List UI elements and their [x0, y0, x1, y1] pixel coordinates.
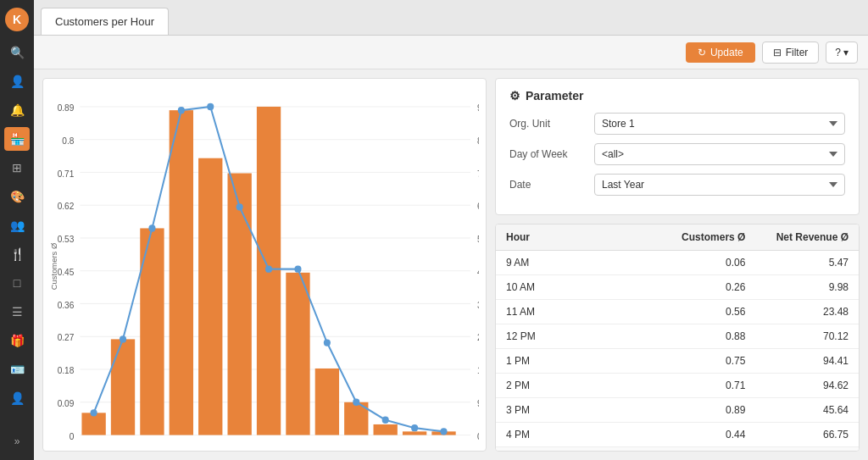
col-revenue: Net Revenue Ø	[755, 224, 859, 251]
svg-text:37.85: 37.85	[477, 301, 479, 310]
cell-customers: 0.56	[662, 300, 755, 324]
date-row: Date Last Year	[509, 174, 845, 196]
table-row: 1 PM 0.75 94.41	[496, 349, 859, 374]
cell-revenue: 94.41	[755, 349, 859, 374]
chart-svg: 0 0.09 0.18 0.27 0.36 0.45 0.53 0.62 0.7…	[50, 89, 479, 444]
dot-2pm	[236, 203, 243, 210]
dot-9pm	[440, 428, 447, 435]
org-unit-select[interactable]: Store 1	[594, 113, 845, 135]
table-row: 4 PM 0.44 66.75	[496, 423, 859, 447]
bar-7pm	[374, 424, 398, 435]
person-icon[interactable]: 👤	[4, 386, 30, 410]
svg-text:0.53: 0.53	[58, 235, 75, 244]
dot-10am	[120, 335, 126, 342]
filter-icon: ⊟	[773, 47, 782, 58]
user-icon[interactable]: 👤	[4, 69, 30, 93]
help-button[interactable]: ? ▾	[826, 42, 858, 64]
svg-text:28.39: 28.39	[477, 333, 479, 342]
chevron-down-icon: ▾	[843, 47, 849, 58]
svg-text:K: K	[13, 13, 21, 26]
col-customers: Customers Ø	[662, 224, 755, 251]
app-logo[interactable]: K	[4, 7, 30, 32]
bar-1pm	[198, 158, 222, 435]
dot-8pm	[411, 424, 418, 431]
cell-hour: 2 PM	[496, 374, 662, 398]
svg-text:0.8: 0.8	[62, 136, 74, 146]
dashboard-icon[interactable]: ⊞	[4, 156, 30, 180]
id-icon[interactable]: 🪪	[4, 357, 30, 381]
cell-revenue: 94.62	[755, 374, 859, 398]
chart-panel: 0 0.09 0.18 0.27 0.36 0.45 0.53 0.62 0.7…	[42, 78, 487, 452]
bar-5pm	[315, 369, 339, 435]
table-row: 10 AM 0.26 9.98	[496, 275, 859, 300]
svg-text:18.92: 18.92	[477, 366, 479, 375]
dot-7pm	[382, 417, 389, 424]
cell-customers: 0.75	[662, 349, 755, 374]
update-button[interactable]: ↻ Update	[686, 42, 755, 63]
tab-bar: Customers per Hour	[34, 0, 868, 36]
bell-icon[interactable]: 🔔	[4, 98, 30, 122]
table-row: 12 PM 0.88 70.12	[496, 324, 859, 349]
date-label: Date	[509, 179, 594, 191]
cell-hour: 12 PM	[496, 324, 662, 349]
table-row: 11 AM 0.56 23.48	[496, 300, 859, 324]
svg-text:0.09: 0.09	[58, 399, 75, 408]
day-of-week-row: Day of Week <all>	[509, 143, 845, 165]
svg-text:0.18: 0.18	[58, 366, 75, 375]
svg-text:75.7: 75.7	[477, 169, 479, 179]
help-label: ?	[835, 47, 841, 58]
store-icon[interactable]: 🏪	[4, 127, 30, 151]
org-unit-row: Org. Unit Store 1	[509, 113, 845, 135]
dot-5pm	[324, 339, 331, 346]
svg-text:47.31: 47.31	[477, 268, 479, 277]
table-row: 9 AM 0.06 5.47	[496, 251, 859, 275]
tab-customers-per-hour[interactable]: Customers per Hour	[41, 8, 169, 35]
search-icon[interactable]: 🔍	[4, 41, 30, 64]
bar-10am	[111, 339, 135, 435]
cell-revenue: 70.12	[755, 324, 859, 349]
gift-icon[interactable]: 🎁	[4, 329, 30, 352]
main-content: Customers per Hour ↻ Update ⊟ Filter ? ▾…	[34, 0, 868, 460]
filter-button[interactable]: ⊟ Filter	[762, 42, 820, 64]
list-icon[interactable]: ☰	[4, 300, 30, 324]
cell-hour: 9 AM	[496, 251, 662, 275]
day-of-week-select[interactable]: <all>	[594, 143, 845, 165]
cell-customers: 0.26	[662, 275, 755, 300]
sidebar: K 🔍 👤 🔔 🏪 ⊞ 🎨 👥 🍴 □ ☰ 🎁 🪪 👤 »	[0, 0, 34, 460]
svg-text:94.62: 94.62	[477, 103, 479, 113]
bar-4pm	[286, 273, 309, 435]
group-icon[interactable]: 👥	[4, 213, 30, 237]
chart-container: 0 0.09 0.18 0.27 0.36 0.45 0.53 0.62 0.7…	[50, 89, 479, 444]
svg-text:0.45: 0.45	[58, 268, 75, 277]
cell-hour: 11 AM	[496, 300, 662, 324]
sidebar-more[interactable]: »	[4, 430, 30, 453]
palette-icon[interactable]: 🎨	[4, 185, 30, 208]
dot-9am	[91, 409, 97, 416]
svg-text:85.16: 85.16	[477, 136, 479, 146]
svg-text:0: 0	[70, 432, 75, 441]
svg-text:0.27: 0.27	[58, 333, 75, 342]
table-header-row: Hour Customers Ø Net Revenue Ø	[496, 224, 859, 251]
data-table: Hour Customers Ø Net Revenue Ø 9 AM 0.06…	[496, 224, 859, 451]
cell-customers: 0.44	[662, 423, 755, 447]
refresh-icon: ↻	[698, 47, 706, 58]
fork-icon[interactable]: 🍴	[4, 242, 30, 266]
parameter-panel: ⚙ Parameter Org. Unit Store 1 Day of Wee…	[495, 78, 860, 215]
parameter-title: ⚙ Parameter	[509, 89, 845, 103]
cell-revenue: 66.75	[755, 423, 859, 447]
dot-1pm	[207, 103, 214, 110]
dot-11am	[148, 224, 155, 231]
dot-3pm	[265, 265, 272, 272]
svg-text:56.77: 56.77	[477, 235, 479, 244]
svg-text:0: 0	[477, 432, 479, 441]
table-row: 3 PM 0.89 45.64	[496, 398, 859, 423]
cell-revenue: 5.47	[755, 251, 859, 275]
box-icon[interactable]: □	[4, 271, 30, 295]
svg-text:0.89: 0.89	[58, 103, 75, 113]
date-select[interactable]: Last Year	[594, 174, 845, 196]
table-scroll[interactable]: Hour Customers Ø Net Revenue Ø 9 AM 0.06…	[496, 224, 859, 451]
dot-6pm	[353, 399, 359, 406]
svg-text:Customers Ø: Customers Ø	[50, 243, 58, 290]
col-hour: Hour	[496, 224, 662, 251]
svg-text:0.62: 0.62	[58, 202, 75, 211]
